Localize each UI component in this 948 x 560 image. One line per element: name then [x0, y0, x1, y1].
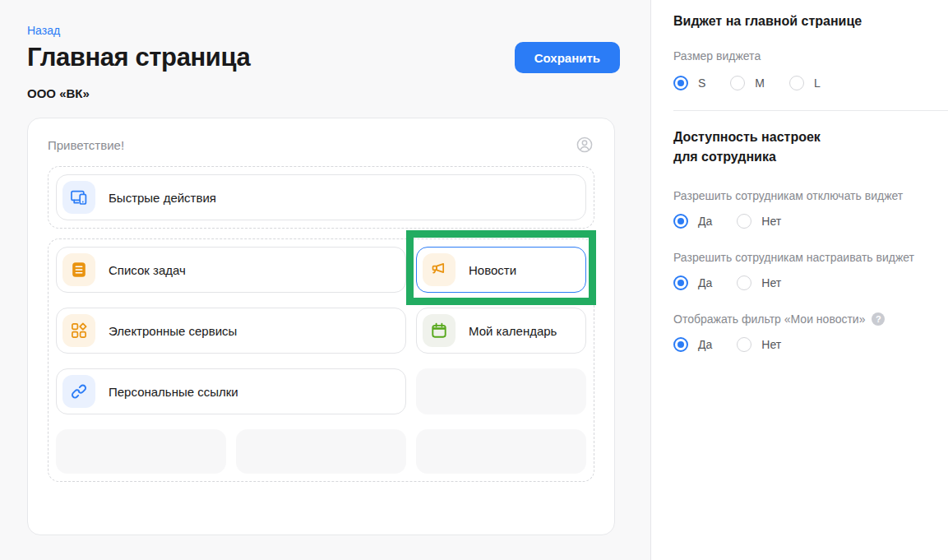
- widget-preview-card: Приветствие!: [27, 118, 615, 535]
- title-row: Главная страница Сохранить: [27, 42, 620, 73]
- yes-no-radio-group: Да Нет: [673, 214, 928, 229]
- option-label: Да: [698, 215, 712, 228]
- megaphone-icon: [423, 253, 456, 286]
- setting-label: Отображать фильтр «Мои новости» ?: [673, 312, 928, 326]
- main-area: Назад Главная страница Сохранить ООО «ВК…: [0, 0, 650, 560]
- option-no[interactable]: Нет: [737, 337, 781, 352]
- widget-section-title: Виджет на главной странице: [673, 12, 928, 31]
- cell-empty-4: [416, 429, 586, 474]
- radio-unselected-icon[interactable]: [737, 214, 751, 229]
- setting-disable-widget: Разрешить сотрудникам отключать виджет Д…: [673, 189, 928, 229]
- tile-label: Электронные сервисы: [109, 324, 237, 338]
- services-icon: [62, 314, 95, 347]
- tile-label: Новости: [469, 263, 516, 277]
- user-circle-icon: [575, 135, 594, 155]
- empty-slot: [416, 429, 586, 474]
- cell-empty-2: [56, 429, 226, 474]
- size-label: Размер виджета: [673, 49, 928, 62]
- size-radio-group: S M L: [673, 76, 928, 90]
- save-button[interactable]: Сохранить: [515, 42, 620, 73]
- option-yes[interactable]: Да: [673, 275, 712, 290]
- settings-sidebar: Виджет на главной странице Размер виджет…: [650, 0, 948, 560]
- cell-calendar: Мой календарь: [416, 308, 586, 354]
- option-yes[interactable]: Да: [673, 337, 712, 352]
- back-link[interactable]: Назад: [27, 24, 60, 37]
- option-yes[interactable]: Да: [673, 214, 712, 229]
- cell-task-list: Список задач: [56, 247, 406, 293]
- radio-selected-icon[interactable]: [673, 337, 688, 352]
- tile-task-list[interactable]: Список задач: [56, 247, 406, 293]
- company-subtitle: ООО «ВК»: [27, 86, 620, 100]
- tile-label: Быстрые действия: [109, 191, 216, 205]
- tile-calendar[interactable]: Мой календарь: [416, 308, 586, 354]
- cell-news: Новости: [416, 247, 586, 293]
- empty-slot: [416, 368, 586, 414]
- size-option-label: S: [698, 76, 705, 90]
- devices-icon: [62, 181, 95, 214]
- option-label: Нет: [761, 276, 781, 289]
- access-title-line2: для сотрудника: [673, 147, 928, 167]
- calendar-icon: [423, 314, 456, 347]
- empty-slot: [236, 429, 406, 474]
- radio-selected-icon[interactable]: [673, 76, 688, 90]
- greeting-text: Приветствие!: [48, 138, 124, 152]
- tile-news[interactable]: Новости: [416, 247, 586, 293]
- radio-unselected-icon[interactable]: [737, 337, 751, 352]
- tile-label: Мой календарь: [469, 324, 557, 338]
- setting-label-text: Отображать фильтр «Мои новости»: [673, 312, 865, 326]
- option-no[interactable]: Нет: [737, 275, 781, 290]
- option-label: Да: [698, 276, 712, 289]
- size-option-label: M: [755, 76, 765, 90]
- cell-empty-1: [416, 368, 586, 414]
- task-list-icon: [62, 253, 95, 286]
- drop-zone-grid: Список задач: [48, 238, 594, 482]
- setting-label: Разрешить сотрудникам настраивать виджет: [673, 251, 928, 264]
- page: Назад Главная страница Сохранить ООО «ВК…: [0, 0, 948, 560]
- page-title: Главная страница: [27, 43, 250, 72]
- cell-services: Электронные сервисы: [56, 308, 406, 354]
- size-option-label: L: [814, 76, 821, 90]
- option-label: Да: [698, 338, 712, 351]
- cell-links: Персональные ссылки: [56, 368, 406, 414]
- preview-header: Приветствие!: [48, 132, 594, 157]
- tile-label: Список задач: [109, 263, 186, 277]
- size-option-l[interactable]: L: [789, 76, 821, 90]
- radio-unselected-icon[interactable]: [730, 76, 745, 90]
- cell-empty-3: [236, 429, 406, 474]
- widget-grid: Список задач: [56, 247, 586, 474]
- access-title-line1: Доступность настроек: [673, 127, 928, 147]
- size-option-s[interactable]: S: [673, 76, 705, 90]
- yes-no-radio-group: Да Нет: [673, 337, 928, 352]
- setting-my-news-filter: Отображать фильтр «Мои новости» ? Да Нет: [673, 312, 928, 352]
- tile-quick-actions[interactable]: Быстрые действия: [56, 174, 586, 220]
- tile-links[interactable]: Персональные ссылки: [56, 368, 406, 414]
- radio-selected-icon[interactable]: [673, 275, 688, 290]
- question-icon[interactable]: ?: [872, 312, 885, 326]
- radio-unselected-icon[interactable]: [789, 76, 804, 90]
- option-no[interactable]: Нет: [737, 214, 781, 229]
- tile-label: Персональные ссылки: [109, 385, 238, 399]
- section-divider: [673, 110, 948, 111]
- radio-selected-icon[interactable]: [673, 214, 688, 229]
- empty-slot: [56, 429, 226, 474]
- drop-zone-top: Быстрые действия: [48, 166, 594, 229]
- access-section-title: Доступность настроек для сотрудника: [673, 127, 928, 167]
- setting-configure-widget: Разрешить сотрудникам настраивать виджет…: [673, 251, 928, 290]
- radio-unselected-icon[interactable]: [737, 275, 751, 290]
- setting-label: Разрешить сотрудникам отключать виджет: [673, 189, 928, 202]
- yes-no-radio-group: Да Нет: [673, 275, 928, 290]
- option-label: Нет: [761, 215, 781, 228]
- option-label: Нет: [761, 338, 781, 351]
- link-icon: [62, 375, 95, 408]
- size-option-m[interactable]: M: [730, 76, 765, 90]
- tile-services[interactable]: Электронные сервисы: [56, 308, 406, 354]
